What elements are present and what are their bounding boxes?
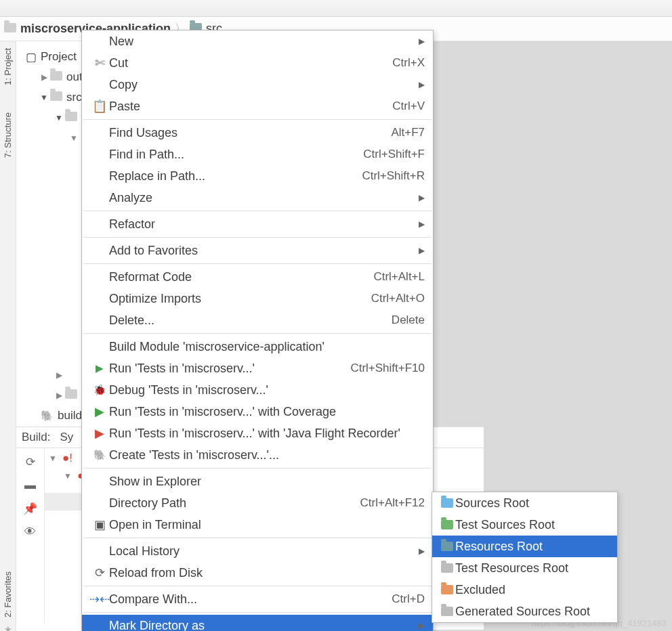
submenu-item-test-sources-root[interactable]: Test Sources Root: [432, 514, 617, 536]
folder-icon: [50, 91, 62, 104]
menu-separator: [83, 333, 432, 334]
menu-separator: [83, 612, 432, 613]
menu-item-build-module-miscroservice-application[interactable]: Build Module 'miscroservice-application': [82, 336, 433, 357]
menu-item-create-tests-in-miscroserv[interactable]: 🐘Create 'Tests in 'miscroserv...'...: [82, 444, 433, 466]
eye-icon[interactable]: 👁: [24, 525, 36, 539]
tree-heading-label: Project: [41, 50, 77, 64]
menu-item-label: Run 'Tests in 'miscroserv...' with Cover…: [109, 405, 425, 419]
stop-icon[interactable]: ▬: [24, 479, 36, 492]
menu-item-reformat-code[interactable]: Reformat CodeCtrl+Alt+L: [82, 266, 433, 288]
side-tab-project[interactable]: 1: Project: [3, 41, 13, 92]
menu-separator: [83, 263, 432, 264]
submenu-arrow-icon: ▶: [419, 546, 425, 556]
folder-icon: [441, 542, 453, 551]
menu-item-debug-tests-in-miscroserv[interactable]: 🐞Debug 'Tests in 'miscroserv...': [82, 379, 433, 401]
menu-item-reload-from-disk[interactable]: ⟳Reload from Disk: [82, 562, 433, 584]
menu-item-add-to-favorites[interactable]: Add to Favorites▶: [82, 240, 433, 261]
submenu-item-label: Test Resources Root: [455, 561, 610, 575]
menu-item-label: Local History: [109, 544, 419, 559]
menu-item-shortcut: Ctrl+X: [392, 56, 425, 70]
menu-item-new[interactable]: New▶: [82, 30, 433, 52]
chevron-right-icon: ▶: [54, 370, 64, 380]
menu-item-analyze[interactable]: Analyze▶: [82, 187, 433, 209]
menu-item-label: Debug 'Tests in 'miscroserv...': [109, 383, 425, 397]
refresh-icon[interactable]: ⟳: [26, 455, 35, 469]
menu-item-label: Optimize Imports: [109, 292, 371, 306]
menu-item-find-in-path[interactable]: Find in Path...Ctrl+Shift+F: [82, 144, 433, 165]
side-tab-structure[interactable]: 7: Structure: [3, 106, 13, 165]
menu-item-open-in-terminal[interactable]: ▣Open in Terminal: [82, 514, 433, 536]
menu-item-paste[interactable]: 📋PasteCtrl+V: [82, 95, 433, 117]
menu-item-show-in-explorer[interactable]: Show in Explorer: [82, 471, 433, 492]
gradle-icon: 🐘: [41, 410, 54, 422]
side-tab-favorites[interactable]: 2: Favorites: [3, 565, 13, 624]
error-icon: ●!: [62, 452, 72, 465]
menu-item-label: Directory Path: [109, 496, 360, 510]
submenu-item-label: Sources Root: [455, 496, 610, 510]
menu-item-local-history[interactable]: Local History▶: [82, 540, 433, 562]
bug-icon: 🐞: [93, 384, 106, 396]
menu-item-label: Find in Path...: [109, 148, 363, 162]
menu-item-optimize-imports[interactable]: Optimize ImportsCtrl+Alt+O: [82, 288, 433, 309]
menu-item-find-usages[interactable]: Find UsagesAlt+F7: [82, 122, 433, 144]
chevron-down-icon: ▼: [49, 454, 57, 463]
menu-item-shortcut: Ctrl+Alt+F12: [360, 496, 425, 510]
submenu-item-excluded[interactable]: Excluded: [432, 579, 617, 601]
submenu-item-label: Generated Sources Root: [455, 605, 610, 619]
submenu-item-test-resources-root[interactable]: Test Resources Root: [432, 557, 617, 579]
menu-item-label: Find Usages: [109, 126, 391, 140]
menu-item-directory-path[interactable]: Directory PathCtrl+Alt+F12: [82, 492, 433, 514]
menu-item-label: Refactor: [109, 217, 419, 232]
menu-item-shortcut: Ctrl+Shift+F: [363, 148, 425, 161]
menu-item-run-tests-in-miscroserv[interactable]: ▶Run 'Tests in 'miscroserv...'Ctrl+Shift…: [82, 357, 433, 379]
menu-item-shortcut: Alt+F7: [391, 126, 425, 139]
menu-separator: [83, 538, 432, 538]
folder-icon: [441, 607, 453, 616]
menu-item-label: Build Module 'miscroservice-application': [109, 340, 425, 354]
menu-item-label: Add to Favorites: [109, 244, 419, 258]
chevron-right-icon: ▶: [54, 391, 64, 400]
menu-item-label: Run 'Tests in 'miscroserv...' with 'Java…: [109, 427, 425, 441]
mark-directory-submenu: Sources RootTest Sources RootResources R…: [432, 492, 618, 623]
run-icon: ▶: [96, 362, 104, 374]
build-tab[interactable]: Sy: [60, 431, 74, 444]
build-label: Build:: [22, 431, 51, 444]
menu-item-label: Reload from Disk: [109, 566, 425, 580]
menu-item-mark-directory-as[interactable]: Mark Directory as▶: [82, 615, 433, 631]
menu-item-cut[interactable]: ✄CutCtrl+X: [82, 52, 433, 74]
chevron-down-icon: ▼: [64, 471, 72, 481]
folder-icon: [441, 585, 453, 594]
submenu-arrow-icon: ▶: [419, 219, 425, 229]
tree-node-label: src: [66, 91, 82, 104]
menu-item-label: Open in Terminal: [109, 518, 425, 532]
menu-item-copy[interactable]: Copy▶: [82, 74, 433, 95]
menu-item-label: Run 'Tests in 'miscroserv...': [109, 362, 350, 376]
menu-item-label: New: [109, 35, 419, 49]
submenu-arrow-icon: ▶: [419, 621, 425, 630]
menu-item-compare-with[interactable]: ⇢⇠Compare With...Ctrl+D: [82, 588, 433, 610]
paste-icon: 📋: [92, 99, 107, 114]
submenu-item-resources-root[interactable]: Resources Root: [432, 536, 617, 557]
terminal-icon: ▣: [94, 517, 106, 532]
menu-item-shortcut: Ctrl+D: [392, 592, 425, 606]
submenu-item-generated-sources-root[interactable]: Generated Sources Root: [432, 601, 617, 622]
menu-item-run-tests-in-miscroserv-with-coverage[interactable]: ▶Run 'Tests in 'miscroserv...' with Cove…: [82, 401, 433, 422]
submenu-item-label: Test Sources Root: [455, 518, 610, 532]
menu-separator: [83, 119, 432, 120]
submenu-arrow-icon: ▶: [419, 37, 425, 46]
menu-item-replace-in-path[interactable]: Replace in Path...Ctrl+Shift+R: [82, 165, 433, 187]
menu-item-label: Mark Directory as: [109, 619, 419, 632]
menu-item-shortcut: Ctrl+Shift+R: [362, 169, 425, 183]
context-menu: New▶✄CutCtrl+XCopy▶📋PasteCtrl+VFind Usag…: [81, 30, 434, 631]
pin-icon[interactable]: 📌: [23, 502, 37, 516]
submenu-item-sources-root[interactable]: Sources Root: [432, 492, 617, 514]
chevron-down-icon: ▼: [54, 113, 64, 123]
menu-item-label: Create 'Tests in 'miscroserv...'...: [109, 448, 425, 462]
folder-icon: [65, 389, 77, 402]
menu-item-refactor[interactable]: Refactor▶: [82, 213, 433, 235]
menu-item-delete[interactable]: Delete...Delete: [82, 309, 433, 331]
menu-separator: [83, 211, 432, 211]
menu-item-label: Compare With...: [109, 592, 392, 607]
menu-item-run-tests-in-miscroserv-with-java-flight-recorder[interactable]: ▶Run 'Tests in 'miscroserv...' with 'Jav…: [82, 422, 433, 444]
toolbar-strip: [0, 0, 672, 17]
